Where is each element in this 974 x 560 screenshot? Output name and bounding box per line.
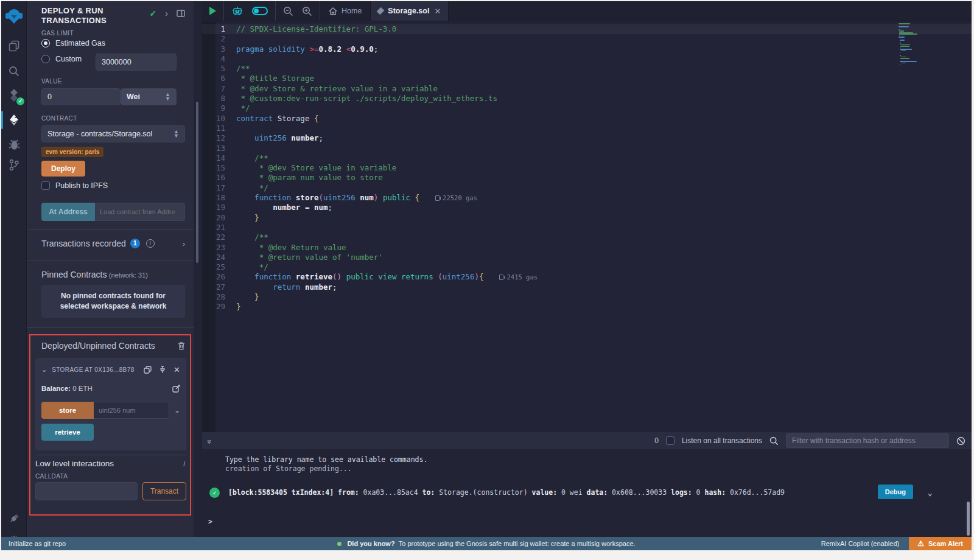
code-line: 5/** (202, 64, 972, 74)
publish-ipfs-row[interactable]: Publish to IPFS (41, 181, 185, 190)
zoom-out-icon[interactable] (283, 6, 293, 16)
git-icon[interactable] (1, 155, 27, 175)
custom-gas-label: Custom (55, 55, 82, 63)
transact-button[interactable]: Transact (142, 482, 186, 500)
git-init-status[interactable]: Initialize as git repo (1, 540, 66, 547)
scam-alert-button[interactable]: ⚠ Scam Alert (909, 537, 972, 550)
instance-name: STORAGE AT 0X136...8B78 (52, 366, 139, 373)
instance-collapse-chevron-icon[interactable]: ⌄ (41, 366, 47, 374)
code-line: 16 * @param num value to store (202, 173, 972, 183)
value-unit: Wei (127, 93, 140, 101)
transactions-recorded-label: Transactions recorded (41, 239, 126, 248)
pin-icon[interactable] (159, 366, 166, 374)
transaction-log-row[interactable]: ✓ [block:5583405 txIndex:4] from: 0xa03.… (209, 487, 929, 498)
tip-title: Did you know? (347, 540, 394, 547)
stepper-arrows-icon[interactable]: ▲▼ (173, 130, 179, 138)
collapse-double-chevron-icon[interactable]: » (205, 439, 214, 442)
estimated-gas-label: Estimated Gas (55, 39, 105, 47)
transactions-count-badge: 1 (130, 239, 140, 248)
calldata-input[interactable] (35, 482, 138, 500)
stepper-arrows-icon[interactable]: ▲▼ (165, 93, 170, 101)
debug-button[interactable]: Debug (878, 485, 913, 499)
panel-scrollbar-thumb[interactable] (196, 102, 198, 263)
value-input[interactable] (41, 88, 121, 105)
empty-line1: No pinned contracts found for (50, 291, 177, 301)
deploy-button[interactable]: Deploy (41, 161, 85, 177)
pinned-network-label: (network: 31) (109, 271, 148, 279)
terminal-scrollbar-thumb[interactable] (967, 502, 970, 536)
search-icon[interactable] (1, 61, 27, 82)
zoom-in-icon[interactable] (302, 6, 312, 16)
minimap[interactable] (899, 23, 933, 67)
code-lines[interactable]: 1// SPDX-License-Identifier: GPL-3.023pr… (202, 24, 972, 312)
info-icon[interactable]: i (183, 460, 185, 468)
compile-success-badge: ✓ (16, 97, 24, 105)
publish-ipfs-checkbox[interactable] (41, 181, 50, 190)
at-address-button[interactable]: At Address (41, 203, 95, 221)
copilot-status[interactable]: RemixAI Copilot (enabled) (821, 540, 909, 547)
search-icon (769, 436, 779, 446)
pinned-empty-message: No pinned contracts found for selected w… (41, 285, 185, 318)
code-line: 22 /** (202, 233, 972, 242)
plugin-manager-icon[interactable] (1, 508, 27, 528)
contract-select[interactable]: Storage - contracts/Storage.sol ▲▼ (41, 125, 185, 142)
transactions-recorded-row[interactable]: Transactions recorded 1 i › (41, 239, 185, 248)
store-button[interactable]: store (41, 402, 94, 419)
code-line: 20 } (202, 213, 972, 223)
terminal-filter-input[interactable] (786, 433, 949, 448)
tab-home[interactable]: Home (320, 1, 370, 21)
value-unit-select[interactable]: Wei ▲▼ (121, 88, 177, 105)
deploy-run-icon[interactable] (1, 110, 27, 130)
code-line: 14 /** (202, 153, 972, 163)
copilot-toggle[interactable] (252, 7, 268, 15)
panel-chevron-right-icon[interactable]: › (165, 9, 168, 18)
code-line: 25 */ (202, 262, 972, 272)
deploy-run-panel: DEPLOY & RUN TRANSACTIONS ✓ › GAS LIMIT … (27, 1, 194, 537)
code-line: 9 */ (202, 103, 972, 113)
store-args-input[interactable] (94, 402, 169, 419)
solidity-compiler-icon[interactable]: ✓ (1, 85, 27, 106)
tab-storage-sol[interactable]: Storage.sol ✕ (370, 1, 449, 21)
panel-check-icon: ✓ (150, 9, 157, 18)
ban-icon[interactable] (956, 436, 965, 446)
code-line: 15 * @dev Store value in variable (202, 163, 972, 173)
scam-alert-label: Scam Alert (928, 540, 963, 547)
code-line: 6 * @title Storage (202, 74, 972, 83)
estimated-gas-radio[interactable]: Estimated Gas (41, 39, 185, 47)
tx-success-check-icon: ✓ (209, 488, 220, 498)
ai-assistant-robot-icon[interactable] (231, 5, 244, 16)
run-script-play-icon[interactable] (209, 7, 216, 15)
radio-unselected[interactable] (41, 55, 50, 63)
divider (27, 327, 194, 328)
code-editor[interactable]: 1// SPDX-License-Identifier: GPL-3.023pr… (202, 22, 972, 432)
divider (27, 261, 194, 261)
copy-icon[interactable] (144, 366, 152, 374)
fuel-icon (435, 195, 440, 201)
expand-chevron-icon[interactable]: › (183, 239, 185, 248)
at-address-input[interactable] (95, 203, 185, 221)
pending-tx-count: 0 (654, 436, 659, 445)
radio-selected[interactable] (41, 39, 50, 47)
retrieve-button[interactable]: retrieve (41, 424, 94, 441)
tab-close-icon[interactable]: ✕ (434, 7, 441, 16)
empty-line2: selected workspace & network (50, 301, 177, 312)
listen-all-checkbox[interactable] (666, 436, 674, 445)
custom-gas-input[interactable] (96, 54, 177, 71)
terminal-prompt[interactable]: > (208, 517, 212, 526)
gas-estimate-badge: 22520 gas (435, 193, 477, 203)
home-tab-label: Home (342, 7, 362, 15)
remix-logo[interactable] (1, 5, 27, 28)
fuel-icon (499, 275, 503, 280)
trash-icon[interactable] (178, 341, 185, 350)
info-icon[interactable]: i (146, 239, 155, 248)
code-line: 29} (202, 302, 972, 312)
tx-expand-chevron-icon[interactable]: ⌄ (928, 488, 933, 497)
file-explorer-icon[interactable] (1, 35, 27, 56)
terminal[interactable]: Type the library name to see available c… (202, 449, 972, 537)
debugger-icon[interactable] (1, 134, 27, 155)
expand-args-chevron-icon[interactable]: ⌄ (174, 406, 180, 415)
balance-label: Balance: (41, 385, 71, 392)
edit-icon[interactable] (172, 385, 180, 393)
close-instance-icon[interactable]: ✕ (173, 365, 180, 374)
split-view-icon[interactable] (177, 10, 185, 17)
